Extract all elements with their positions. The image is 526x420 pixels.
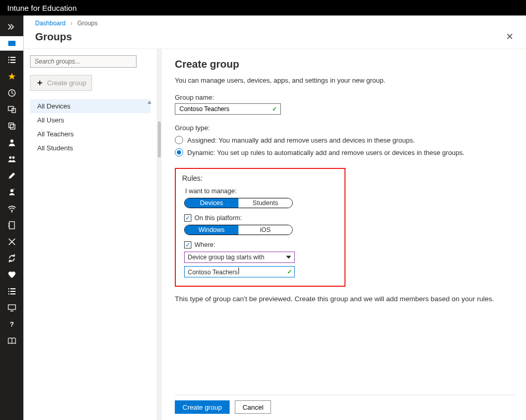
create-group-submit-button[interactable]: Create group — [175, 400, 230, 414]
nav-wifi-icon[interactable] — [0, 201, 23, 216]
breadcrumb-current: Groups — [77, 20, 97, 27]
app-header: Intune for Education — [0, 0, 526, 15]
radio-icon — [175, 148, 183, 157]
svg-rect-28 — [8, 305, 16, 309]
where-label: Where: — [194, 241, 215, 248]
where-value-text: Contoso Teachers — [188, 269, 238, 276]
svg-rect-0 — [8, 41, 16, 46]
svg-rect-26 — [8, 293, 9, 294]
svg-rect-1 — [8, 57, 9, 58]
nav-pencil-icon[interactable] — [0, 168, 23, 183]
breadcrumb-root[interactable]: Dashboard — [35, 20, 66, 27]
page-title: Groups — [35, 31, 72, 43]
svg-point-15 — [12, 157, 14, 159]
nav-group-icon[interactable] — [0, 152, 23, 166]
nav-devices-icon[interactable] — [0, 102, 23, 117]
nav-copy-icon[interactable] — [0, 119, 23, 133]
breadcrumb: Dashboard › Groups — [24, 15, 526, 29]
svg-rect-2 — [10, 57, 16, 58]
rules-section: Rules: I want to manage: Devices Student… — [175, 168, 345, 287]
where-value-input[interactable]: Contoso Teachers ✓ — [184, 266, 295, 277]
svg-rect-18 — [9, 222, 14, 229]
check-icon: ✓ — [287, 268, 292, 275]
platform-toggle[interactable]: Windows iOS — [184, 225, 293, 235]
svg-point-14 — [9, 157, 11, 159]
radio-icon — [175, 136, 183, 144]
radio-dynamic[interactable]: Dynamic: You set up rules to automatical… — [175, 148, 517, 157]
breadcrumb-separator: › — [70, 20, 72, 27]
footer-actions: Create group Cancel — [175, 395, 517, 414]
toggle-windows[interactable]: Windows — [185, 225, 238, 235]
nav-book-icon[interactable] — [0, 334, 23, 348]
panel-description: You can manage users, devices, apps, and… — [175, 76, 517, 84]
rules-heading: Rules: — [182, 174, 338, 182]
nav-help-icon[interactable]: ? — [0, 317, 23, 332]
nav-user-icon[interactable] — [0, 135, 23, 150]
svg-rect-24 — [8, 291, 9, 292]
text-cursor — [238, 268, 239, 274]
nav-rail: ? — [0, 15, 23, 420]
nav-admin-icon[interactable] — [0, 185, 23, 199]
manage-label: I want to manage: — [185, 188, 338, 195]
svg-point-17 — [11, 211, 12, 212]
nav-list-icon[interactable] — [0, 53, 23, 67]
nav-expand-icon[interactable] — [0, 20, 23, 34]
svg-rect-6 — [10, 62, 16, 63]
checkbox-icon: ✓ — [184, 214, 191, 222]
svg-rect-11 — [9, 123, 13, 128]
platform-label: On this platform: — [194, 214, 242, 222]
group-name-label: Group name: — [175, 94, 517, 101]
panel-scrollbar[interactable] — [157, 49, 161, 420]
group-name-field[interactable] — [178, 105, 261, 113]
group-type-label: Group type: — [175, 124, 517, 132]
radio-assigned[interactable]: Assigned: You manually add and remove us… — [175, 136, 517, 144]
create-group-label: Create group — [47, 79, 86, 87]
toggle-students[interactable]: Students — [238, 198, 292, 208]
nav-monitor-icon[interactable] — [0, 301, 23, 315]
svg-point-16 — [10, 189, 13, 192]
create-group-panel: Create group You can manage users, devic… — [161, 49, 526, 420]
nav-tools-icon[interactable] — [0, 235, 23, 249]
nav-sync-icon[interactable] — [0, 251, 23, 266]
where-condition-value: Device group tag starts with — [188, 254, 264, 261]
checkbox-icon: ✓ — [184, 241, 191, 248]
list-item[interactable]: All Students — [30, 141, 151, 155]
chevron-down-icon — [286, 256, 291, 259]
create-group-button[interactable]: ＋ Create group — [30, 75, 92, 91]
svg-rect-25 — [10, 291, 16, 292]
group-name-input[interactable]: ✓ — [175, 103, 281, 115]
check-icon: ✓ — [272, 105, 277, 113]
svg-rect-3 — [8, 59, 9, 60]
cancel-button[interactable]: Cancel — [235, 400, 271, 414]
radio-assigned-label: Assigned: You manually add and remove us… — [187, 136, 415, 144]
nav-clock-icon[interactable] — [0, 86, 23, 100]
toggle-devices[interactable]: Devices — [185, 198, 238, 208]
scroll-up-icon[interactable] — [147, 99, 152, 110]
groups-side-panel: Search groups... ＋ Create group All Devi… — [24, 49, 157, 420]
nav-checklist-icon[interactable] — [0, 284, 23, 299]
list-item[interactable]: All Users — [30, 113, 151, 127]
nav-heart-icon[interactable] — [0, 268, 23, 282]
svg-rect-5 — [8, 62, 9, 63]
where-condition-dropdown[interactable]: Device group tag starts with — [184, 252, 295, 263]
toggle-ios[interactable]: iOS — [238, 225, 292, 235]
preview-note: This type of group can't be previewed. C… — [175, 295, 517, 303]
svg-rect-4 — [10, 59, 16, 60]
search-placeholder: Search groups... — [35, 58, 80, 65]
nav-notebook-icon[interactable] — [0, 218, 23, 232]
svg-rect-22 — [8, 288, 9, 289]
nav-dashboard-icon[interactable] — [0, 36, 23, 51]
svg-rect-27 — [10, 293, 16, 294]
manage-toggle[interactable]: Devices Students — [184, 198, 293, 208]
svg-rect-23 — [10, 288, 16, 289]
search-input[interactable]: Search groups... — [30, 55, 137, 68]
close-icon[interactable]: ✕ — [502, 29, 518, 44]
platform-checkbox-row[interactable]: ✓ On this platform: — [184, 214, 338, 222]
group-list: All Devices All Users All Teachers All S… — [30, 99, 151, 155]
list-item[interactable]: All Devices — [30, 99, 151, 113]
nav-favorites-icon[interactable] — [0, 69, 23, 84]
svg-point-13 — [10, 139, 13, 143]
where-checkbox-row[interactable]: ✓ Where: — [184, 241, 338, 248]
list-item[interactable]: All Teachers — [30, 127, 151, 141]
panel-title: Create group — [175, 58, 517, 70]
